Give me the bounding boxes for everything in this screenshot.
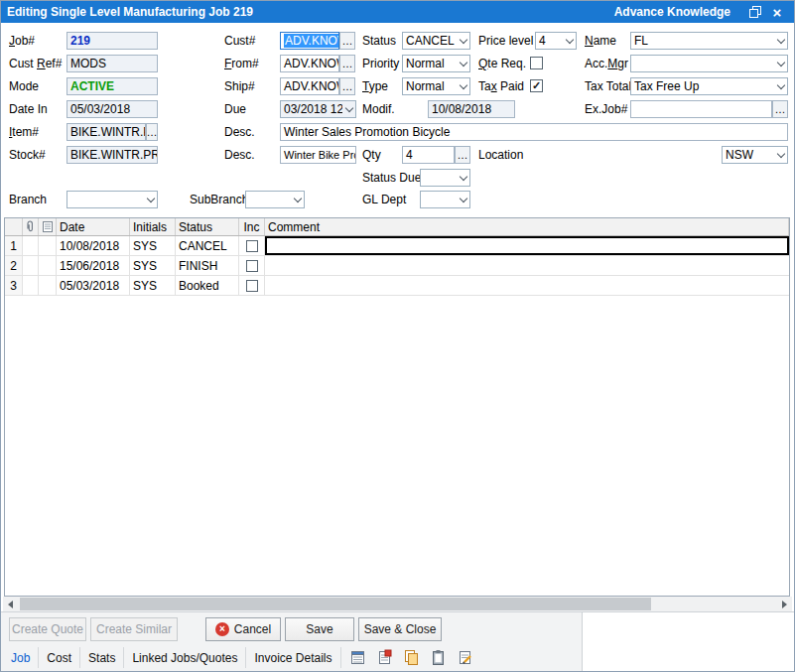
note-cell[interactable]: [39, 276, 57, 295]
report-button[interactable]: [348, 648, 368, 668]
chevron-down-icon: [457, 192, 469, 207]
grid-header-inc[interactable]: Inc: [239, 218, 265, 235]
mode-field[interactable]: ACTIVE: [66, 77, 158, 95]
status-due-select[interactable]: [420, 169, 470, 187]
attachment-cell[interactable]: [23, 236, 39, 255]
document-flag-button[interactable]: [375, 648, 395, 668]
job-number-field[interactable]: 219: [66, 32, 158, 50]
copy-button[interactable]: [402, 648, 422, 668]
save-button[interactable]: Save: [285, 617, 354, 641]
item-lookup-button[interactable]: …: [146, 123, 158, 141]
clipboard-icon: [430, 649, 447, 666]
tab-invoice-details[interactable]: Invoice Details: [246, 647, 340, 668]
ship-number-field[interactable]: ADV.KNOW: [280, 77, 339, 95]
grid-header-rowselector[interactable]: [5, 218, 23, 235]
horizontal-scrollbar[interactable]: [3, 597, 792, 611]
stock-number-field[interactable]: BIKE.WINTR.PRO: [66, 146, 158, 164]
initials-cell[interactable]: SYS: [130, 256, 176, 275]
table-row: 2 15/06/2018 SYS FINISH ✓: [5, 256, 789, 276]
status-cell[interactable]: Booked: [176, 276, 239, 295]
cancel-button[interactable]: × Cancel: [205, 617, 281, 641]
from-number-field[interactable]: ADV.KNOW: [280, 55, 339, 72]
status-cell[interactable]: CANCEL: [176, 236, 239, 255]
price-level-value: 4: [539, 34, 563, 48]
date-cell[interactable]: 15/06/2018: [57, 256, 130, 275]
scroll-right-button[interactable]: [777, 597, 792, 611]
due-field[interactable]: 03/2018 12:41: [280, 100, 356, 118]
from-lookup-button[interactable]: …: [339, 55, 355, 72]
initials-cell[interactable]: SYS: [130, 236, 176, 255]
cust-number-field[interactable]: ADV.KNOW: [280, 32, 339, 50]
grid-header-initials[interactable]: Initials: [130, 218, 176, 235]
stock-desc-field[interactable]: Winter Bike Promo: [280, 146, 356, 164]
comment-cell[interactable]: [265, 236, 789, 255]
tab-stats[interactable]: Stats: [80, 647, 124, 668]
cust-ref-field[interactable]: MODS: [66, 55, 158, 72]
ex-job-field[interactable]: [630, 100, 772, 118]
tab-linked-jobs-quotes[interactable]: Linked Jobs/Quotes: [124, 647, 246, 668]
save-and-close-button[interactable]: Save & Close: [358, 617, 442, 641]
grid-header-attachment[interactable]: [23, 218, 39, 235]
tab-job[interactable]: Job: [3, 647, 39, 668]
location-select[interactable]: NSW: [722, 146, 788, 164]
clipboard-button[interactable]: [429, 648, 449, 668]
subbranch-select[interactable]: [245, 191, 305, 208]
tax-paid-checkbox[interactable]: ✓: [530, 79, 543, 92]
grid-header-date[interactable]: Date: [57, 218, 130, 235]
gl-dept-label: GL Dept: [362, 191, 406, 208]
note-icon: [42, 220, 54, 233]
qte-req-checkbox[interactable]: ✓: [530, 57, 543, 69]
comment-cell[interactable]: [265, 256, 789, 275]
close-button[interactable]: ×: [766, 1, 788, 23]
comment-cell[interactable]: [265, 276, 789, 295]
date-in-field[interactable]: 05/03/2018: [66, 100, 158, 118]
grid-header-comment[interactable]: Comment: [265, 218, 789, 235]
date-cell[interactable]: 10/08/2018: [57, 236, 130, 255]
item-number-field[interactable]: BIKE.WINTR.P: [66, 123, 146, 141]
grid-header-status[interactable]: Status: [176, 218, 239, 235]
acc-mgr-select[interactable]: [630, 55, 788, 72]
status-select[interactable]: CANCEL: [402, 32, 470, 50]
edit-note-button[interactable]: [456, 648, 475, 668]
date-in-label: Date In: [9, 100, 48, 118]
priority-select[interactable]: Normal: [402, 55, 470, 72]
status-cell[interactable]: FINISH: [176, 256, 239, 275]
name-select[interactable]: FL: [630, 32, 788, 50]
row-number-cell[interactable]: 2: [5, 256, 23, 275]
note-cell[interactable]: [39, 236, 57, 255]
ship-lookup-button[interactable]: …: [339, 77, 355, 95]
note-cell[interactable]: [39, 256, 57, 275]
item-desc-field[interactable]: Winter Sales Promotion Bicycle: [280, 123, 788, 141]
tab-cost[interactable]: Cost: [39, 647, 80, 668]
ex-job-lookup-button[interactable]: …: [772, 100, 788, 118]
scroll-left-button[interactable]: [3, 597, 18, 611]
type-select[interactable]: Normal: [402, 77, 470, 95]
create-similar-button[interactable]: Create Similar: [90, 617, 178, 641]
price-level-select[interactable]: 4: [535, 32, 577, 50]
qty-field[interactable]: 4: [402, 146, 455, 164]
qty-lookup-button[interactable]: …: [455, 146, 470, 164]
location-label: Location: [478, 146, 523, 164]
create-quote-button[interactable]: Create Quote: [9, 617, 86, 641]
inc-checkbox[interactable]: ✓: [246, 260, 258, 272]
row-number-cell[interactable]: 1: [5, 236, 23, 255]
attachment-cell[interactable]: [23, 256, 39, 275]
attachment-cell[interactable]: [23, 276, 39, 295]
type-value: Normal: [406, 79, 457, 93]
gl-dept-select[interactable]: [420, 191, 470, 208]
inc-checkbox[interactable]: ✓: [246, 280, 258, 292]
chevron-down-icon: [774, 78, 787, 94]
modif-field[interactable]: 10/08/2018: [428, 100, 515, 118]
grid-header-note[interactable]: [39, 218, 57, 235]
scrollbar-thumb[interactable]: [20, 598, 651, 610]
date-cell[interactable]: 05/03/2018: [57, 276, 130, 295]
initials-cell[interactable]: SYS: [130, 276, 176, 295]
restore-button[interactable]: [744, 1, 766, 23]
cust-lookup-button[interactable]: …: [339, 32, 355, 50]
copy-icon: [403, 649, 420, 666]
branch-select[interactable]: [66, 191, 158, 208]
tax-total-select[interactable]: Tax Free Up: [630, 77, 788, 95]
inc-checkbox[interactable]: ✓: [246, 240, 258, 252]
cancel-button-label: Cancel: [234, 622, 271, 636]
row-number-cell[interactable]: 3: [5, 276, 23, 295]
